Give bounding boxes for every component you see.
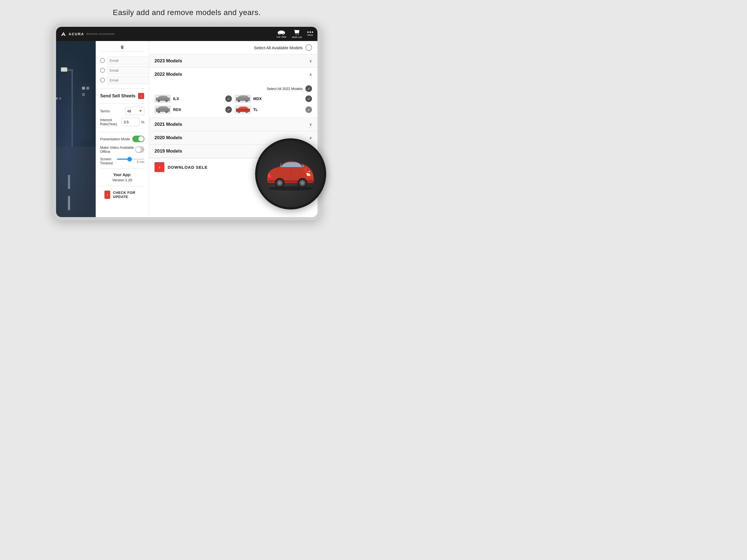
brand-logo: ACURA Genuine Accessories (60, 31, 115, 36)
app-section: Your App: Version 1.20 (100, 169, 145, 186)
select-all-bar: Select All Available Models (149, 41, 317, 54)
svg-rect-18 (56, 97, 58, 100)
email-row-2 (100, 67, 145, 74)
year-2022-accordion: 2022 Models ∧ Select All 2022 Models ✓ (149, 68, 317, 118)
year-2023-header[interactable]: 2023 Models ∨ (149, 54, 317, 68)
ilx-model-name: ILX (173, 97, 223, 101)
email-radio-1[interactable] (100, 58, 105, 63)
year-2023-title: 2023 Models (154, 58, 182, 64)
year-2021-header[interactable]: 2021 Models ∨ (149, 118, 317, 131)
svg-rect-15 (86, 87, 89, 90)
terms-select[interactable]: 48 24 36 60 72 (125, 107, 145, 115)
model-rdx: RDX ✓ (154, 105, 232, 114)
svg-rect-6 (56, 41, 96, 217)
interest-rate-input[interactable] (122, 118, 139, 126)
mdx-check[interactable]: ✓ (305, 96, 312, 102)
street-scene-icon (56, 41, 96, 217)
year-2023-chevron-icon: ∨ (309, 59, 312, 63)
send-sell-sheets-label: Send Sell Sheets (100, 94, 136, 98)
terms-label: Terms (100, 109, 110, 113)
year-2020-chevron-icon: ∨ (309, 136, 312, 140)
model-tl: TL ✓ (235, 105, 312, 114)
year-2022-content: Select All 2022 Models ✓ (149, 81, 317, 118)
select-all-circle[interactable] (305, 44, 312, 51)
update-arrow-icon: › (104, 190, 110, 199)
your-app-label: Your App: (100, 173, 145, 177)
select-all-text: Select All Available Models (254, 45, 303, 50)
download-arrow-icon: › (154, 162, 164, 172)
email-input-2[interactable] (107, 67, 149, 74)
svg-rect-17 (56, 94, 66, 139)
more-nav-item[interactable]: More (307, 31, 313, 36)
settings-content: g (96, 41, 149, 205)
make-video-thumb (136, 147, 141, 152)
email-section (100, 54, 145, 88)
year-2023-accordion: 2023 Models ∨ (149, 54, 317, 68)
page-title: Easily add and remove models and years. (113, 8, 261, 17)
svg-point-39 (246, 111, 247, 112)
presentation-mode-label: Presentation Mode (100, 137, 130, 141)
svg-rect-9 (62, 69, 73, 71)
section-heading-partial: g (100, 44, 145, 52)
svg-rect-14 (82, 87, 85, 90)
svg-rect-1 (279, 31, 284, 32)
email-radio-2[interactable] (100, 68, 105, 73)
toggles-section: Presentation Mode Make Video Available O… (100, 132, 145, 169)
presentation-mode-toggle[interactable] (132, 136, 145, 142)
svg-rect-11 (68, 175, 70, 189)
bg-overlay (56, 41, 96, 217)
screen-timeout-slider-container: 5 min (117, 159, 145, 163)
wish-list-nav-item[interactable]: Wish List (292, 29, 302, 39)
year-2020-title: 2020 Models (154, 135, 182, 141)
select-all-2022-text: Select All 2022 Models (266, 87, 303, 91)
ilx-check[interactable]: ✓ (225, 96, 232, 102)
email-input-3[interactable] (107, 76, 149, 84)
year-2022-header[interactable]: 2022 Models ∧ (149, 68, 317, 81)
screen-timeout-slider-thumb[interactable] (127, 157, 132, 161)
email-radio-3[interactable] (100, 78, 105, 82)
terms-row: Terms 48 24 36 60 72 (100, 107, 145, 115)
email-input-1[interactable] (107, 57, 149, 64)
finance-section: Terms 48 24 36 60 72 (100, 104, 145, 132)
send-arrow-icon: › (138, 93, 144, 99)
svg-rect-12 (68, 196, 70, 210)
svg-point-23 (158, 100, 159, 101)
rdx-model-name: RDX (173, 107, 223, 112)
year-2021-chevron-icon: ∨ (309, 122, 312, 127)
acura-sub-brand: Genuine Accessories (86, 32, 115, 35)
terms-input-group: 48 24 36 60 72 (125, 107, 145, 115)
acura-logo-icon (60, 31, 67, 36)
top-nav: ACURA Genuine Accessories Car View (56, 27, 317, 41)
screen-timeout-label: Screen Timeout (100, 157, 117, 165)
svg-point-2 (279, 33, 280, 34)
ilx-thumb (154, 95, 171, 103)
tl-car-icon (235, 106, 251, 113)
screen-timeout-row: Screen Timeout 5 min (100, 157, 145, 165)
screen-timeout-slider-fill (117, 159, 128, 160)
rdx-check[interactable]: ✓ (225, 106, 232, 113)
check-update-button[interactable]: › CHECK FOR UPDATE (100, 187, 145, 202)
mdx-car-icon (235, 95, 251, 103)
rdx-car-icon (155, 106, 170, 113)
wishlist-icon (294, 29, 300, 35)
model-ilx: ILX ✓ (154, 95, 232, 103)
screen-timeout-value: 5 min (137, 160, 145, 163)
more-dots-icon (307, 31, 313, 33)
car-circle-inner: A (257, 141, 324, 207)
svg-rect-8 (71, 69, 73, 147)
select-all-2022-check[interactable]: ✓ (305, 85, 312, 92)
select-all-2022-bar: Select All 2022 Models ✓ (154, 84, 312, 95)
car-view-nav-item[interactable]: Car View (277, 30, 286, 38)
svg-point-4 (295, 34, 297, 35)
car-circle-overlay: A (255, 138, 326, 209)
settings-panel: g (56, 41, 149, 217)
tl-check[interactable]: ✓ (305, 106, 312, 113)
app-version-label: Version 1.20 (100, 178, 145, 182)
car-view-label: Car View (277, 35, 286, 38)
interest-rate-label: Interest Rate(Year) (100, 118, 122, 126)
make-video-toggle[interactable] (135, 146, 145, 153)
send-sell-sheets-section[interactable]: Send Sell Sheets › (100, 88, 145, 104)
svg-rect-16 (82, 93, 85, 96)
acura-brand-name: ACURA (69, 32, 84, 36)
presentation-mode-row: Presentation Mode (100, 136, 145, 142)
